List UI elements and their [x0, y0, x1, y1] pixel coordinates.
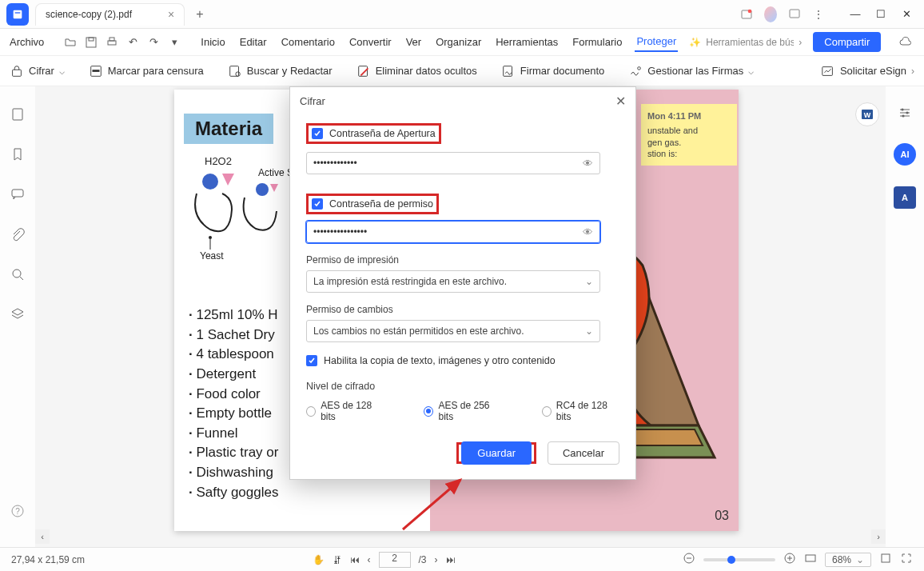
search-icon[interactable] [10, 267, 25, 285]
svg-line-42 [403, 480, 460, 529]
prev-page-icon[interactable]: ‹ [368, 554, 371, 565]
menu-view[interactable]: Ver [404, 33, 424, 51]
menu-convert[interactable]: Convertir [348, 33, 393, 51]
maximize-button[interactable]: ☐ [870, 3, 892, 26]
menu-edit[interactable]: Editar [238, 33, 269, 51]
select-tool-icon[interactable]: ⭿ [333, 554, 342, 565]
reading-mode-icon[interactable] [879, 552, 892, 567]
svg-point-39 [902, 114, 904, 117]
manage-signatures-label: Gestionar las Firmas [647, 65, 743, 77]
user-avatar-icon[interactable] [764, 8, 777, 21]
remove-hidden-button[interactable]: Eliminar datos ocultos [356, 64, 477, 78]
tab-title: science-copy (2).pdf [46, 9, 132, 20]
share-button[interactable]: Compartir [813, 32, 881, 52]
save-icon[interactable] [84, 35, 98, 50]
bookmarks-icon[interactable] [10, 147, 25, 165]
svg-rect-11 [92, 70, 99, 72]
svg-point-37 [901, 108, 903, 110]
last-page-icon[interactable]: ⏭ [446, 554, 456, 565]
eye-icon[interactable]: 👁 [583, 226, 593, 238]
menu-dots-icon[interactable]: ⋮ [812, 8, 825, 21]
new-tab-button[interactable]: + [191, 6, 208, 23]
permission-password-checkbox[interactable] [312, 198, 323, 210]
print-permission-select[interactable]: La impresión está restringida en este ar… [306, 270, 600, 293]
save-button[interactable]: Guardar [461, 441, 532, 465]
document-tab[interactable]: science-copy (2).pdf × [35, 3, 185, 26]
aes256-radio[interactable]: AES de 256 bits [424, 400, 501, 422]
settings-icon[interactable] [898, 106, 912, 122]
permission-password-input[interactable]: •••••••••••••••• 👁 [306, 221, 600, 243]
print-permission-label: Permiso de impresión [306, 254, 619, 266]
ai-sparkle-icon[interactable]: ✨ [689, 37, 701, 48]
minimize-button[interactable]: — [844, 3, 866, 26]
search-redact-button[interactable]: Buscar y Redactar [228, 64, 333, 78]
hand-tool-icon[interactable]: ✋ [313, 554, 325, 565]
aes128-radio[interactable]: AES de 128 bits [306, 400, 384, 422]
menu-protect[interactable]: Proteger [635, 32, 678, 52]
print-icon[interactable] [105, 35, 119, 50]
hscroll-right-icon[interactable]: › [871, 529, 886, 544]
menu-form[interactable]: Formulario [571, 33, 623, 51]
status-bar: 27,94 x 21,59 cm ✋ ⭿ ⏮ ‹ 2 /3 › ⏭ 68%⌄ [0, 547, 924, 571]
page-number-input[interactable]: 2 [379, 552, 411, 568]
ribbon-more-icon[interactable]: › [911, 66, 914, 77]
menu-organize[interactable]: Organizar [434, 33, 483, 51]
attachments-icon[interactable] [10, 227, 25, 245]
notification-icon[interactable] [740, 8, 753, 21]
enable-copy-checkbox[interactable] [306, 355, 317, 366]
tab-close-icon[interactable]: × [168, 8, 174, 21]
ai-badge-icon[interactable]: AI [894, 143, 916, 166]
cloud-icon[interactable] [898, 35, 913, 50]
sticky-note[interactable]: Mon 4:11 PM unstable and gen gas. stion … [641, 104, 737, 166]
first-page-icon[interactable]: ⏮ [350, 554, 360, 565]
file-menu[interactable]: Archivo [8, 33, 46, 51]
request-esign-button[interactable]: Solicitar eSign [821, 64, 906, 78]
protect-ribbon: Cifrar ⌵ Marcar para censura Buscar y Re… [0, 56, 924, 86]
remove-hidden-label: Eliminar datos ocultos [376, 65, 477, 77]
menu-comment[interactable]: Comentario [280, 33, 337, 51]
mark-redaction-button[interactable]: Marcar para censura [89, 64, 204, 78]
word-sidebar-icon[interactable]: A [894, 186, 916, 209]
fullscreen-icon[interactable] [900, 552, 913, 567]
dialog-title: Cifrar [300, 95, 325, 107]
convert-word-floating-icon[interactable]: W [855, 102, 879, 126]
help-icon[interactable]: ? [10, 504, 25, 521]
menu-home[interactable]: Inicio [199, 33, 226, 51]
open-file-icon[interactable] [63, 35, 78, 50]
eye-icon[interactable]: 👁 [583, 158, 593, 170]
redo-icon[interactable]: ↷ [146, 35, 161, 50]
comment-panel-icon[interactable] [788, 8, 801, 21]
search-chevron-icon[interactable]: › [799, 37, 802, 48]
fit-width-icon[interactable] [804, 552, 817, 567]
svg-rect-49 [882, 554, 890, 562]
zoom-percentage[interactable]: 68%⌄ [825, 553, 871, 567]
zoom-in-icon[interactable] [783, 552, 796, 567]
dialog-close-icon[interactable]: ✕ [615, 94, 626, 109]
chevron-down-icon: ⌵ [59, 66, 65, 77]
encrypt-button[interactable]: Cifrar ⌵ [10, 64, 65, 78]
rc4-radio[interactable]: RC4 de 128 bits [542, 400, 619, 422]
menu-tools[interactable]: Herramientas [494, 33, 560, 51]
undo-icon[interactable]: ↶ [125, 35, 140, 50]
sign-document-button[interactable]: Firmar documento [501, 64, 604, 78]
qa-dropdown-icon[interactable]: ▾ [167, 35, 181, 50]
window-close-button[interactable]: ✕ [895, 3, 918, 26]
annotation-arrow [398, 472, 470, 536]
open-password-checkbox[interactable] [312, 128, 323, 139]
zoom-out-icon[interactable] [683, 552, 695, 567]
cancel-button[interactable]: Cancelar [548, 441, 619, 465]
tool-search-input[interactable]: Herramientas de búsc [706, 37, 794, 48]
svg-point-38 [906, 111, 908, 114]
change-permission-label: Permiso de cambios [306, 304, 619, 315]
zoom-slider[interactable] [703, 558, 775, 561]
svg-point-31 [209, 236, 212, 239]
next-page-icon[interactable]: › [435, 554, 438, 565]
comments-icon[interactable] [10, 187, 25, 205]
svg-rect-0 [14, 10, 22, 18]
manage-signatures-button[interactable]: Gestionar las Firmas ⌵ [628, 64, 754, 78]
thumbnails-icon[interactable] [10, 107, 25, 125]
hscroll-left-icon[interactable]: ‹ [35, 529, 50, 544]
layers-icon[interactable] [10, 307, 25, 325]
change-permission-select[interactable]: Los cambios no están permitidos en este … [306, 320, 600, 342]
open-password-input[interactable]: ••••••••••••• 👁 [306, 152, 600, 174]
